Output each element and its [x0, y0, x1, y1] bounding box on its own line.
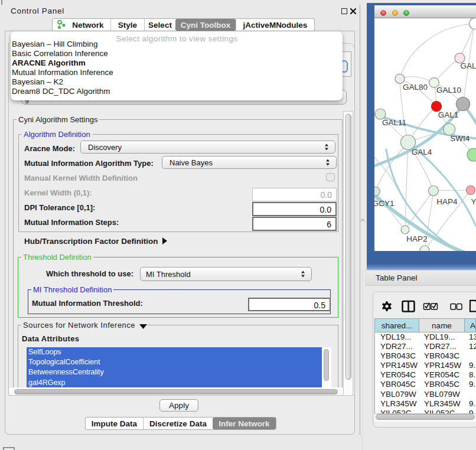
svg-text:GAL11: GAL11 — [382, 118, 406, 127]
svg-text:GAL1: GAL1 — [438, 110, 459, 119]
svg-text:Y: Y — [471, 197, 476, 206]
svg-text:GAL80: GAL80 — [403, 83, 428, 92]
svg-text:GAL4: GAL4 — [412, 148, 432, 156]
svg-text:SWI4: SWI4 — [450, 134, 470, 143]
svg-text:HAP2: HAP2 — [406, 234, 427, 243]
svg-text:GCY1: GCY1 — [374, 199, 394, 208]
svg-text:HAP4: HAP4 — [436, 197, 458, 206]
svg-text:GAL: GAL — [460, 61, 476, 70]
svg-text:GAL10: GAL10 — [436, 86, 461, 94]
